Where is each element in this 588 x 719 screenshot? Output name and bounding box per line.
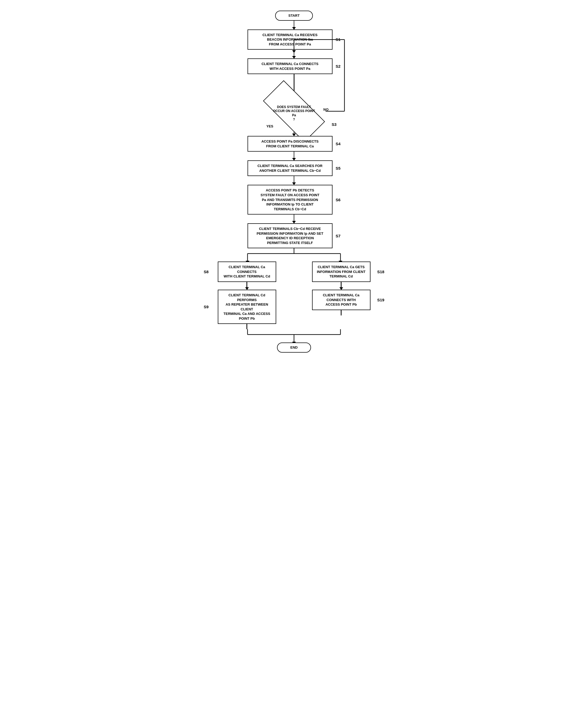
- join-svg: [201, 329, 387, 342]
- s8-row: S8 CLIENT TERMINAL Ca CONNECTS WITH CLIE…: [201, 261, 293, 282]
- s3-diamond-section: DOES SYSTEM FAULT OCCUR ON ACCESS POINT …: [201, 95, 387, 127]
- s4-label: ACCESS POINT Pa DISCONNECTS FROM CLIENT …: [261, 139, 318, 148]
- s3-diamond-container: DOES SYSTEM FAULT OCCUR ON ACCESS POINT …: [262, 95, 326, 127]
- arrow-s8-s9: [247, 282, 247, 287]
- s2-node: CLIENT TERMINAL Ca CONNECTS WITH ACCESS …: [248, 58, 333, 74]
- left-col: S8 CLIENT TERMINAL Ca CONNECTS WITH CLIE…: [201, 261, 293, 329]
- s5-step: S5: [336, 166, 340, 170]
- s8-step-label: S8: [204, 270, 209, 274]
- s7-step: S7: [336, 234, 340, 238]
- split-svg: [201, 248, 387, 261]
- start-node-row: START: [201, 10, 387, 21]
- s2-label: CLIENT TERMINAL Ca CONNECTS WITH ACCESS …: [261, 62, 318, 71]
- s2-step: S2: [336, 64, 340, 68]
- s18-step-label: S18: [377, 270, 384, 274]
- s18-node: CLIENT TERMINAL Ca GETS INFORMATION FROM…: [312, 261, 371, 282]
- s19-row: CLIENT TERMINAL Ca CONNECTS WITH ACCESS …: [295, 290, 387, 310]
- s7-row: CLIENT TERMINALS Cb~Cd RECEIVE PERMISSIO…: [201, 223, 387, 248]
- s9-node: CLIENT TERMINAL Cd PERFORMS AS REPEATER …: [218, 290, 276, 324]
- s4-row: ACCESS POINT Pa DISCONNECTS FROM CLIENT …: [201, 136, 387, 152]
- s3-step: S3: [332, 122, 336, 127]
- arrow-s1-s2: [294, 50, 295, 56]
- s8-node: CLIENT TERMINAL Ca CONNECTS WITH CLIENT …: [218, 261, 276, 282]
- s1-step: S1: [336, 37, 340, 42]
- yes-label: YES: [266, 124, 273, 128]
- arrow-s18-s19: [341, 282, 341, 287]
- s9-step-label: S9: [204, 304, 209, 309]
- s19-step-label: S19: [377, 298, 384, 302]
- arrow-s4-s5: [294, 152, 295, 158]
- s5-label: CLIENT TERMINAL Ca SEARCHES FOR ANOTHER …: [258, 164, 323, 173]
- s5-node: CLIENT TERMINAL Ca SEARCHES FOR ANOTHER …: [248, 161, 333, 176]
- no-label: NO: [323, 108, 329, 111]
- arrow-s6-s7: [294, 214, 295, 221]
- arrow-s5-s6: [294, 176, 295, 183]
- s5-row: CLIENT TERMINAL Ca SEARCHES FOR ANOTHER …: [201, 161, 387, 176]
- arrow-start-s1: [294, 21, 295, 27]
- diagram-container: START CLIENT TERMINAL Ca RECEIVES BEACON…: [201, 5, 387, 363]
- s9-row: S9 CLIENT TERMINAL Cd PERFORMS AS REPEAT…: [201, 290, 293, 324]
- start-label: START: [289, 13, 299, 18]
- s3-text: DOES SYSTEM FAULT OCCUR ON ACCESS POINT …: [273, 101, 315, 122]
- s7-label: CLIENT TERMINALS Cb~Cd RECEIVE PERMISSIO…: [256, 227, 323, 245]
- s4-node: ACCESS POINT Pa DISCONNECTS FROM CLIENT …: [248, 136, 333, 152]
- split-arrow-area: [201, 248, 387, 261]
- start-node: START: [275, 10, 313, 21]
- s6-label: ACCESS POINT Pb DETECTS SYSTEM FAULT ON …: [260, 188, 319, 211]
- s6-node: ACCESS POINT Pb DETECTS SYSTEM FAULT ON …: [248, 185, 333, 214]
- s19-label: CLIENT TERMINAL Ca CONNECTS WITH ACCESS …: [323, 293, 360, 307]
- s9-label: CLIENT TERMINAL Cd PERFORMS AS REPEATER …: [223, 293, 271, 321]
- s19-node: CLIENT TERMINAL Ca CONNECTS WITH ACCESS …: [312, 290, 371, 310]
- join-arrow-area: [201, 329, 387, 342]
- s18-label: CLIENT TERMINAL Ca GETS INFORMATION FROM…: [317, 265, 365, 279]
- end-node: END: [277, 342, 311, 353]
- s6-row: ACCESS POINT Pb DETECTS SYSTEM FAULT ON …: [201, 185, 387, 214]
- s1-row: CLIENT TERMINAL Ca RECEIVES BEACON INFOR…: [201, 29, 387, 50]
- s8-label: CLIENT TERMINAL Ca CONNECTS WITH CLIENT …: [223, 265, 271, 279]
- s1-node: CLIENT TERMINAL Ca RECEIVES BEACON INFOR…: [248, 29, 333, 50]
- split-columns: S8 CLIENT TERMINAL Ca CONNECTS WITH CLIE…: [201, 261, 387, 329]
- s2-row: CLIENT TERMINAL Ca CONNECTS WITH ACCESS …: [201, 58, 387, 74]
- s18-row: CLIENT TERMINAL Ca GETS INFORMATION FROM…: [295, 261, 387, 282]
- arrow-s9-end-line: [247, 324, 247, 329]
- arrow-s19-end-line: [341, 310, 341, 315]
- right-col: CLIENT TERMINAL Ca GETS INFORMATION FROM…: [295, 261, 387, 329]
- s6-step: S6: [336, 197, 340, 202]
- end-label: END: [290, 345, 297, 350]
- s1-label: CLIENT TERMINAL Ca RECEIVES BEACON INFOR…: [262, 33, 317, 47]
- end-node-row: END: [201, 342, 387, 353]
- s7-node: CLIENT TERMINALS Cb~Cd RECEIVE PERMISSIO…: [248, 223, 333, 248]
- s4-step: S4: [336, 142, 340, 146]
